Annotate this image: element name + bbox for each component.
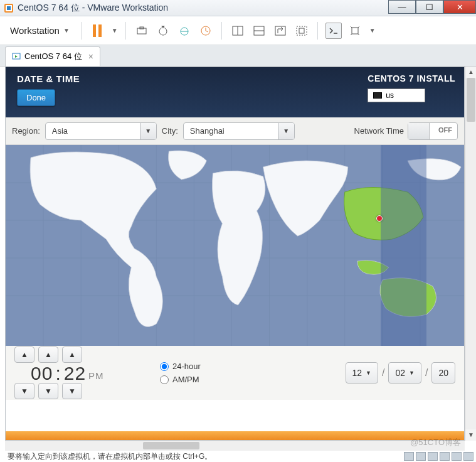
close-button[interactable]: ✕ xyxy=(443,0,476,14)
date-month-combo[interactable]: 02▼ xyxy=(388,362,421,384)
minimize-button[interactable]: — xyxy=(388,0,416,14)
date-day-combo[interactable]: 12▼ xyxy=(346,362,379,384)
device-icon[interactable] xyxy=(404,452,414,461)
scrollbar-thumb[interactable] xyxy=(143,442,199,449)
stretch-icon[interactable] xyxy=(347,23,363,39)
device-icon[interactable] xyxy=(428,452,438,461)
snapshot-manager-icon[interactable] xyxy=(176,23,193,39)
minute-down-button[interactable]: ▼ xyxy=(38,383,58,399)
chevron-down-icon: ▼ xyxy=(278,122,294,140)
tab-label: CentOS 7 64 位 xyxy=(24,51,82,62)
scroll-down-icon[interactable]: ▼ xyxy=(465,429,476,441)
date-year-combo[interactable]: 20 xyxy=(431,362,455,384)
svg-rect-14 xyxy=(299,28,304,33)
hour-down-button[interactable]: ▼ xyxy=(14,383,34,399)
time-date-row: ▲ ▼ ▲ ▼ ▲ ▼ 00:22 PM 24-hour AM/PM 12▼ xyxy=(6,346,464,400)
device-icon[interactable] xyxy=(440,452,450,461)
workstation-menu-label: Workstation xyxy=(10,25,60,36)
installer-header: DATE & TIME Done CENTOS 7 INSTALL us xyxy=(6,67,464,117)
product-title: CENTOS 7 INSTALL xyxy=(368,73,455,83)
city-value: Shanghai xyxy=(184,126,278,136)
workstation-menu[interactable]: Workstation ▼ xyxy=(6,23,73,38)
stretch-caret[interactable]: ▼ xyxy=(369,27,376,34)
device-icon[interactable] xyxy=(452,452,462,461)
pause-button[interactable] xyxy=(89,23,105,39)
vm-viewport[interactable]: DATE & TIME Done CENTOS 7 INSTALL us Reg… xyxy=(5,67,465,441)
caret-down-icon: ▼ xyxy=(63,27,70,34)
svg-rect-15 xyxy=(352,28,358,34)
region-value: Asia xyxy=(46,126,140,136)
vmware-toolbar: Workstation ▼ ▼ ▼ xyxy=(0,16,476,45)
tab-centos[interactable]: CentOS 7 64 位 × xyxy=(5,46,100,66)
statusbar-hint: 要将输入定向到该虚拟机，请在虚拟机内部单击或按 Ctrl+G。 xyxy=(8,451,212,462)
svg-rect-13 xyxy=(297,26,307,35)
vmware-icon xyxy=(4,3,14,13)
svg-rect-2 xyxy=(7,6,11,10)
split-vertical-icon[interactable] xyxy=(230,23,246,39)
region-city-row: Region: Asia ▼ City: Shanghai ▼ Network … xyxy=(6,117,464,145)
horizontal-scrollbar[interactable] xyxy=(5,441,465,451)
timezone-map[interactable] xyxy=(6,145,464,346)
maximize-button[interactable]: ☐ xyxy=(416,0,443,14)
selected-city-marker xyxy=(376,215,383,222)
window-title: CentOS 7 64 位 - VMware Workstation xyxy=(18,3,168,14)
time-display: 00:22 PM xyxy=(31,363,104,384)
city-combo[interactable]: Shanghai ▼ xyxy=(183,122,295,140)
warning-bar xyxy=(6,431,464,440)
vm-tabbar: CentOS 7 64 位 × xyxy=(0,45,476,67)
console-view-button[interactable] xyxy=(325,23,342,39)
split-horizontal-icon[interactable] xyxy=(251,23,267,39)
svg-point-5 xyxy=(159,28,167,35)
tab-close-icon[interactable]: × xyxy=(88,51,93,62)
done-button[interactable]: Done xyxy=(17,89,55,106)
svg-rect-12 xyxy=(275,26,285,35)
radio-ampm[interactable]: AM/PM xyxy=(160,375,201,384)
city-label: City: xyxy=(162,126,178,136)
network-time-toggle[interactable]: OFF xyxy=(408,122,458,140)
keyboard-icon xyxy=(373,92,382,99)
radio-24hour[interactable]: 24-hour xyxy=(160,362,201,371)
window-controls: — ☐ ✕ xyxy=(388,0,476,14)
watermark: @51CTO博客 xyxy=(410,437,461,448)
vm-running-icon xyxy=(12,52,21,61)
chevron-down-icon: ▼ xyxy=(140,122,156,140)
status-icons xyxy=(404,451,473,462)
unity-icon[interactable] xyxy=(272,23,288,39)
snapshot-take-icon[interactable] xyxy=(134,23,150,39)
scroll-up-icon[interactable]: ▲ xyxy=(465,67,476,78)
device-icon[interactable] xyxy=(416,452,426,461)
region-combo[interactable]: Asia ▼ xyxy=(45,122,157,140)
keyboard-layout-indicator[interactable]: us xyxy=(368,89,425,102)
region-label: Region: xyxy=(12,126,40,136)
date-picker: 12▼ / 02▼ / 20 xyxy=(346,362,455,384)
ampm-up-button[interactable]: ▲ xyxy=(62,346,82,363)
minute-up-button[interactable]: ▲ xyxy=(38,346,58,363)
ampm-down-button[interactable]: ▼ xyxy=(62,383,82,399)
snapshot-revert-icon[interactable] xyxy=(155,23,171,39)
pause-caret[interactable]: ▼ xyxy=(112,27,118,34)
hour-up-button[interactable]: ▲ xyxy=(14,346,34,363)
clock-icon[interactable] xyxy=(198,23,214,39)
vertical-scrollbar[interactable]: ▲ ▼ xyxy=(465,67,476,441)
network-time-label: Network Time xyxy=(354,126,404,136)
device-icon[interactable] xyxy=(463,452,473,461)
scrollbar-thumb[interactable] xyxy=(467,78,475,122)
fullscreen-icon[interactable] xyxy=(294,23,310,39)
